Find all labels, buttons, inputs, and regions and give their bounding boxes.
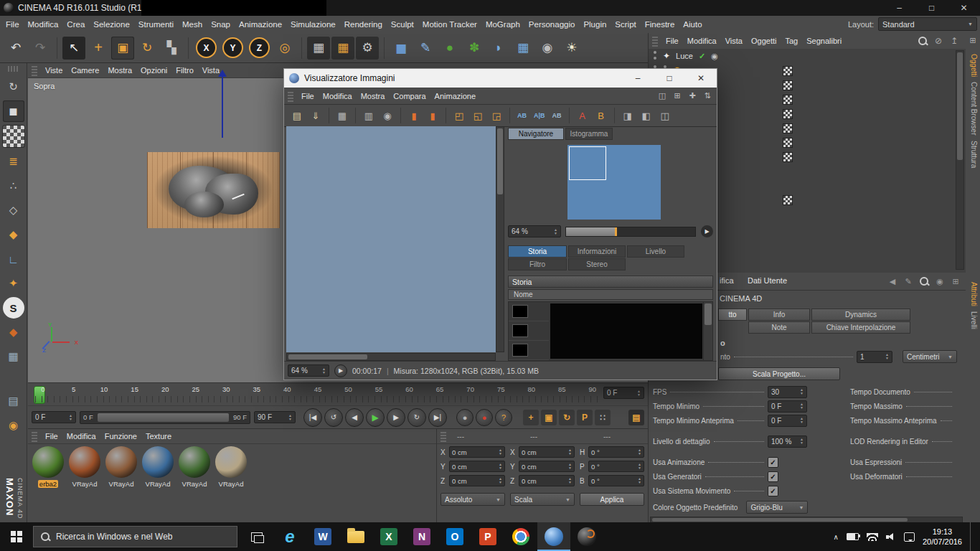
panel-handle[interactable] (440, 430, 446, 442)
prev-key-button[interactable]: ↺ (324, 408, 343, 427)
stepper-icon[interactable] (797, 438, 804, 445)
model-blob[interactable] (184, 192, 225, 217)
filter-icon[interactable]: ⊘ (933, 35, 944, 47)
history-row[interactable] (509, 302, 549, 321)
texture-tag-icon[interactable] (783, 138, 793, 148)
zoom-picture-icon[interactable]: ◉ (379, 107, 396, 124)
checkbox[interactable] (768, 471, 778, 482)
menu-crea[interactable]: Crea (62, 20, 89, 29)
layer-stack-icon[interactable]: ▤ (3, 390, 24, 412)
link-compare-icon[interactable]: ◧ (638, 107, 655, 124)
compare-blend-icon[interactable]: AB (550, 107, 565, 124)
attribute-menu-modifica[interactable]: ifica (720, 276, 734, 285)
om-menu-modifica[interactable]: Modifica (683, 37, 721, 45)
material-menu-file[interactable]: File (41, 432, 62, 441)
frame-spinner[interactable]: 0 F (603, 387, 644, 399)
axis-mode-icon[interactable]: ∟ (3, 248, 24, 270)
value-field[interactable]: 30 (768, 386, 807, 398)
set-image-b-icon[interactable]: B (593, 107, 610, 124)
compare-split-icon[interactable]: A|B (531, 107, 548, 124)
color-dropdown[interactable]: Grigio-Blu▼ (746, 501, 808, 514)
tab-dynamics[interactable]: Dynamics (811, 309, 910, 321)
camera-icon[interactable]: ◉ (536, 37, 559, 60)
tab-struttura[interactable]: Struttura (968, 141, 978, 168)
edit-pin-icon[interactable]: ✎ (903, 276, 914, 287)
coordinate-system-icon[interactable]: ◎ (273, 37, 296, 60)
tab-oggetti[interactable]: Oggetti (968, 54, 978, 77)
texture-tag-icon[interactable] (783, 109, 793, 119)
play-button[interactable]: ▶ (366, 408, 385, 427)
zoom-play-icon[interactable]: ▶ (701, 225, 713, 237)
excel-icon[interactable]: X (372, 522, 405, 551)
image-hscrollbar[interactable] (286, 353, 496, 361)
coord-field[interactable]: 0 ° (588, 446, 644, 458)
panel-layout-icon[interactable]: ⊞ (672, 90, 683, 102)
navigator-view-box[interactable] (569, 146, 606, 180)
stepper-icon[interactable] (286, 414, 292, 421)
dual-view-h-icon[interactable]: ◱ (469, 107, 486, 124)
coord-field[interactable]: 0 ° (588, 461, 644, 472)
outlook-icon[interactable]: O (438, 522, 471, 551)
live-selection-icon[interactable]: ↖ (62, 37, 85, 60)
scala-progetto-button[interactable]: Scala Progetto... (718, 367, 840, 380)
history-row[interactable] (509, 341, 549, 360)
stepper-icon[interactable] (565, 448, 572, 456)
range-thumb[interactable] (98, 413, 229, 422)
stepper-icon[interactable] (496, 463, 502, 470)
menu-modifica[interactable]: Modifica (24, 20, 63, 29)
coord-header[interactable]: --- (523, 433, 596, 441)
viewport-menu-camere[interactable]: Camere (67, 66, 103, 75)
menu-simulazione[interactable]: Simulazione (286, 20, 340, 29)
object-tag-icon[interactable]: ◉ (711, 52, 718, 61)
cinema4d-icon[interactable] (570, 522, 603, 551)
pv-menu-animazione[interactable]: Animazione (430, 92, 480, 100)
last-tool-icon[interactable]: ▚ (160, 37, 183, 60)
tab-stereo[interactable]: Stereo (568, 258, 626, 270)
menu-rendering[interactable]: Rendering (340, 20, 387, 29)
tab-livelli[interactable]: Livelli (968, 311, 978, 329)
value-field[interactable]: 100 % (768, 435, 807, 448)
search-icon[interactable] (917, 35, 928, 47)
active-app-icon[interactable] (537, 522, 570, 551)
sphere-tool-icon[interactable]: ◉ (3, 415, 24, 436)
scrollbar-thumb[interactable] (705, 303, 712, 325)
tab-progetto[interactable]: tto (718, 309, 747, 321)
record-parameter-button[interactable]: P (577, 410, 593, 425)
workplane-mode-icon[interactable]: ≣ (3, 151, 24, 172)
tab-note[interactable]: Note (748, 321, 810, 334)
texture-tag-icon[interactable] (783, 195, 793, 205)
close-button[interactable]: ✕ (948, 0, 980, 16)
stepper-icon[interactable] (797, 388, 804, 395)
object-list-scrollbar[interactable] (956, 50, 964, 270)
record-position-button[interactable]: + (523, 410, 539, 425)
menu-mesh[interactable]: Mesh (178, 20, 207, 29)
scrollbar-thumb[interactable] (957, 52, 963, 160)
environment-floor-icon[interactable]: ▦ (512, 37, 534, 60)
lock-y-icon[interactable]: Y (222, 37, 243, 58)
history-row[interactable] (509, 321, 549, 341)
history-list[interactable] (508, 301, 713, 361)
deformer-icon[interactable]: ◗ (487, 37, 510, 60)
sync-compare-icon[interactable]: ◫ (656, 107, 674, 124)
compare-ab-icon[interactable]: AB (514, 107, 529, 124)
redo-icon[interactable]: ↷ (29, 37, 52, 60)
paint-icon[interactable]: ◆ (3, 321, 24, 343)
single-view-icon[interactable]: ◰ (451, 107, 468, 124)
lock-z-icon[interactable]: Z (249, 37, 270, 58)
zoom-slider-thumb[interactable] (566, 227, 615, 236)
viewport-menu-viste[interactable]: Viste (41, 66, 67, 75)
om-menu-tag[interactable]: Tag (781, 37, 802, 45)
menu-finestre[interactable]: Finestre (641, 20, 679, 29)
attribute-mode-label[interactable]: CINEMA 4D (720, 294, 762, 303)
status-zoom-field[interactable]: 64 % (288, 364, 329, 377)
workplane-icon[interactable]: ▦ (3, 346, 24, 367)
scrollbar-thumb[interactable] (288, 354, 367, 359)
render-view-icon[interactable]: ▦ (307, 37, 330, 60)
stepper-icon[interactable] (565, 463, 572, 470)
menu-selezione[interactable]: Selezione (89, 20, 134, 29)
layout-dropdown[interactable]: Standard ▼ (878, 17, 977, 31)
minimize-button[interactable]: – (883, 0, 915, 16)
subdivision-surface-icon[interactable]: ● (438, 37, 461, 60)
material-item[interactable]: VRayAd (214, 446, 248, 488)
menu-aiuto[interactable]: Aiuto (679, 20, 706, 29)
